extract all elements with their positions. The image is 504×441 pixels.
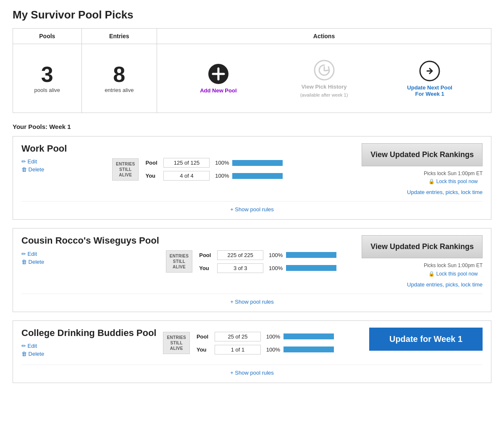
pool-stat-pct: 100% — [213, 160, 229, 166]
col-header-pools: Pools — [13, 29, 82, 44]
lock-pool-link[interactable]: Lock this pool now — [436, 178, 478, 184]
pool-stat-bar — [232, 160, 283, 166]
pool-action-area: View Updated Pick Rankings Picks lock Su… — [362, 143, 483, 195]
pool-edit-link[interactable]: ✏ Edit — [21, 251, 159, 257]
pool-stat-pct: 100% — [267, 252, 283, 258]
pool-delete-link[interactable]: 🗑 Delete — [21, 351, 156, 357]
col-header-actions: Actions — [157, 29, 491, 44]
show-rules-link[interactable]: + Show pool rules — [230, 299, 274, 305]
actions-cell: Add New Pool View Pick History (availabl… — [157, 44, 491, 113]
summary-table: Pools Entries Actions 3 pools alive 8 en… — [13, 28, 491, 113]
pool-delete-link[interactable]: 🗑 Delete — [21, 259, 159, 265]
lock-info: Picks lock Sun 1:00pm ET 🔒 Lock this poo… — [424, 262, 483, 278]
you-stat-row: You 3 of 3 100% — [199, 263, 336, 273]
lock-pool-link[interactable]: Lock this pool now — [436, 271, 478, 277]
pool-stats: Pool 225 of 225 100% You 3 of 3 100% — [199, 250, 336, 273]
show-rules-link[interactable]: + Show pool rules — [230, 206, 274, 213]
pool-stat-label: Pool — [199, 252, 214, 258]
pool-stat-value: 225 of 225 — [217, 250, 263, 260]
pool-stat-row: Pool 25 of 25 100% — [197, 332, 334, 341]
you-stat-label: You — [199, 265, 214, 271]
you-stat-label: You — [145, 173, 160, 179]
pools-count: 3 — [17, 63, 77, 85]
show-rules: + Show pool rules — [21, 201, 483, 213]
you-stat-bar — [286, 265, 336, 271]
you-stat-pct: 100% — [267, 265, 283, 271]
entries-badge: ENTRIESSTILLALIVE — [163, 332, 189, 354]
pool-card-work-pool: Work Pool ✏ Edit 🗑 Delete ENTRIESSTILLAL… — [13, 136, 491, 220]
pool-stat-row: Pool 225 of 225 100% — [199, 250, 336, 260]
pool-name: College Drinking Buddies Pool — [21, 328, 156, 339]
entries-count: 8 — [86, 63, 152, 85]
lock-info: Picks lock Sun 1:00pm ET 🔒 Lock this poo… — [424, 170, 483, 186]
show-rules-link[interactable]: + Show pool rules — [230, 370, 274, 376]
arrow-circle-right-icon — [419, 60, 441, 82]
pool-name: Work Pool — [21, 143, 105, 154]
you-stat-value: 1 of 1 — [215, 345, 261, 354]
update-week-button[interactable]: Update for Week 1 — [369, 328, 483, 351]
col-header-entries: Entries — [81, 29, 157, 44]
add-pool-label: Add New Pool — [200, 87, 236, 94]
show-rules: + Show pool rules — [21, 294, 483, 305]
pool-name: Cousin Rocco's Wiseguys Pool — [21, 235, 159, 246]
pool-stats: Pool 125 of 125 100% You 4 of 4 100% — [145, 158, 283, 181]
week-heading: Your Pools: Week 1 — [13, 123, 491, 130]
view-rankings-button[interactable]: View Updated Pick Rankings — [362, 235, 483, 258]
pool-name-section: Cousin Rocco's Wiseguys Pool ✏ Edit 🗑 De… — [21, 235, 159, 266]
pool-stat-bar — [286, 252, 336, 258]
history-icon — [313, 59, 335, 81]
pool-stat-bar — [284, 333, 334, 339]
add-new-pool-action[interactable]: Add New Pool — [193, 63, 244, 94]
view-rankings-button[interactable]: View Updated Pick Rankings — [362, 143, 483, 166]
pool-edit-link[interactable]: ✏ Edit — [21, 343, 156, 349]
you-stat-bar — [232, 173, 283, 179]
pool-stat-label: Pool — [197, 333, 211, 340]
you-stat-label: You — [197, 346, 211, 353]
entries-cell: 8 entries alive — [81, 44, 157, 113]
you-stat-row: You 1 of 1 100% — [197, 345, 334, 354]
update-pool-label: Update Next PoolFor Week 1 — [407, 84, 452, 97]
entries-label: entries alive — [86, 87, 152, 93]
pool-action-area: Update for Week 1 — [369, 328, 483, 351]
lock-icon-inline: 🔒 — [428, 271, 435, 277]
pool-stat-value: 25 of 25 — [215, 332, 261, 341]
pool-stat-label: Pool — [145, 160, 160, 166]
entries-badge: ENTRIESSTILLALIVE — [166, 250, 192, 273]
view-pick-history-action[interactable]: View Pick History (available after week … — [299, 59, 349, 97]
pool-stat-row: Pool 125 of 125 100% — [145, 158, 283, 168]
pool-stat-value: 125 of 125 — [163, 158, 210, 168]
pool-name-section: College Drinking Buddies Pool ✏ Edit 🗑 D… — [21, 328, 156, 359]
you-stat-value: 3 of 3 — [217, 263, 263, 273]
lock-icon-inline: 🔒 — [428, 178, 435, 184]
you-stat-bar — [284, 346, 334, 352]
update-entries-link[interactable]: Update entries, picks, lock time — [407, 189, 483, 195]
entries-badge: ENTRIESSTILLALIVE — [112, 158, 139, 181]
update-entries-link[interactable]: Update entries, picks, lock time — [407, 281, 483, 288]
pool-cards-container: Work Pool ✏ Edit 🗑 Delete ENTRIESSTILLAL… — [13, 136, 491, 383]
pool-stats: Pool 25 of 25 100% You 1 of 1 100% — [197, 332, 334, 354]
pool-edit-link[interactable]: ✏ Edit — [21, 158, 105, 165]
pool-card-college-drinking-pool: College Drinking Buddies Pool ✏ Edit 🗑 D… — [13, 320, 491, 383]
pool-delete-link[interactable]: 🗑 Delete — [21, 166, 105, 173]
plus-circle-icon — [207, 63, 229, 85]
you-stat-pct: 100% — [264, 346, 280, 353]
show-rules: + Show pool rules — [21, 365, 483, 376]
pool-card-cousin-rocco-pool: Cousin Rocco's Wiseguys Pool ✏ Edit 🗑 De… — [13, 228, 491, 312]
update-next-pool-action[interactable]: Update Next PoolFor Week 1 — [404, 60, 455, 97]
page-title: My Survivor Pool Picks — [13, 8, 491, 21]
you-stat-value: 4 of 4 — [163, 171, 210, 181]
you-stat-row: You 4 of 4 100% — [145, 171, 283, 181]
pools-label: pools alive — [17, 87, 77, 93]
pool-name-section: Work Pool ✏ Edit 🗑 Delete — [21, 143, 105, 174]
pool-stat-pct: 100% — [264, 333, 280, 340]
you-stat-pct: 100% — [213, 173, 229, 179]
view-history-label: View Pick History — [301, 84, 346, 90]
pool-action-area: View Updated Pick Rankings Picks lock Su… — [362, 235, 483, 287]
pools-cell: 3 pools alive — [13, 44, 82, 113]
view-history-sublabel: (available after week 1) — [300, 92, 348, 97]
